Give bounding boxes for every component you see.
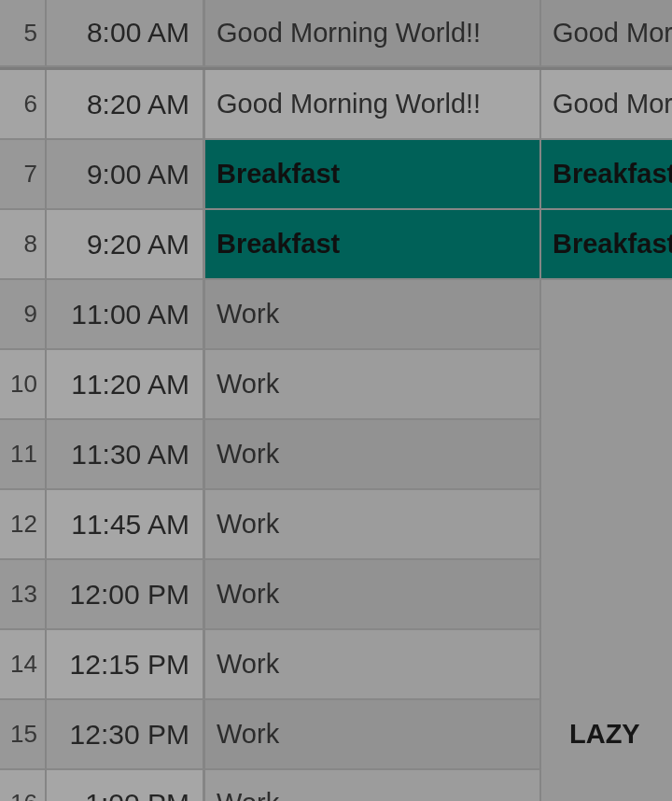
row-index: 12 bbox=[0, 490, 47, 560]
row-index: 14 bbox=[0, 630, 47, 700]
schedule-row[interactable]: 16 1:00 PM Work bbox=[0, 770, 541, 801]
row-index: 9 bbox=[0, 280, 47, 350]
event-cell-highlight[interactable]: Breakfast bbox=[541, 140, 672, 210]
schedule-row[interactable]: 8 9:20 AM Breakfast Breakfast bbox=[0, 210, 672, 280]
schedule-row[interactable]: 12 11:45 AM Work bbox=[0, 490, 541, 560]
time-cell: 8:00 AM bbox=[47, 0, 205, 67]
time-cell: 12:15 PM bbox=[47, 630, 205, 700]
event-cell[interactable]: Work bbox=[205, 420, 541, 490]
time-cell: 9:20 AM bbox=[47, 210, 205, 280]
schedule-row[interactable]: 7 9:00 AM Breakfast Breakfast bbox=[0, 140, 672, 210]
event-cell[interactable]: Work bbox=[205, 280, 541, 350]
schedule-row[interactable]: 6 8:20 AM Good Morning World!! Good Mor bbox=[0, 70, 672, 140]
event-cell-highlight[interactable]: Breakfast bbox=[205, 210, 541, 280]
time-cell: 1:00 PM bbox=[47, 770, 205, 801]
time-cell: 8:20 AM bbox=[47, 70, 205, 140]
schedule-row[interactable]: 10 11:20 AM Work bbox=[0, 350, 541, 420]
event-cell-highlight[interactable]: Breakfast bbox=[541, 210, 672, 280]
row-index: 8 bbox=[0, 210, 47, 280]
schedule-row[interactable]: 15 12:30 PM Work bbox=[0, 700, 541, 770]
schedule-row[interactable]: 13 12:00 PM Work bbox=[0, 560, 541, 630]
merged-event-label[interactable]: LAZY bbox=[541, 700, 672, 801]
time-cell: 12:00 PM bbox=[47, 560, 205, 630]
time-cell: 11:45 AM bbox=[47, 490, 205, 560]
row-index: 16 bbox=[0, 770, 47, 801]
schedule-row[interactable]: 9 11:00 AM Work bbox=[0, 280, 541, 350]
time-cell: 9:00 AM bbox=[47, 140, 205, 210]
row-index: 6 bbox=[0, 70, 47, 140]
row-index: 15 bbox=[0, 700, 47, 770]
event-cell[interactable]: Good Morning World!! bbox=[205, 70, 541, 140]
event-cell[interactable]: Work bbox=[205, 490, 541, 560]
row-index: 11 bbox=[0, 420, 47, 490]
event-cell[interactable]: Work bbox=[205, 350, 541, 420]
event-cell[interactable]: Good Mor bbox=[541, 70, 672, 140]
event-cell[interactable]: Work bbox=[205, 560, 541, 630]
event-cell[interactable]: Good Mor bbox=[541, 0, 672, 67]
schedule-block: 9 11:00 AM Work 10 11:20 AM Work 11 11:3… bbox=[0, 280, 672, 801]
event-cell-highlight[interactable]: Breakfast bbox=[205, 140, 541, 210]
row-index: 13 bbox=[0, 560, 47, 630]
event-cell[interactable]: Work bbox=[205, 700, 541, 770]
row-index: 5 bbox=[0, 0, 47, 67]
schedule-row[interactable]: 11 11:30 AM Work bbox=[0, 420, 541, 490]
row-index: 10 bbox=[0, 350, 47, 420]
time-cell: 12:30 PM bbox=[47, 700, 205, 770]
time-cell: 11:30 AM bbox=[47, 420, 205, 490]
event-cell[interactable]: Work bbox=[205, 630, 541, 700]
event-cell[interactable]: Work bbox=[205, 770, 541, 801]
schedule-row[interactable]: 5 8:00 AM Good Morning World!! Good Mor bbox=[0, 0, 672, 67]
row-index: 7 bbox=[0, 140, 47, 210]
event-cell[interactable]: Good Morning World!! bbox=[205, 0, 541, 67]
time-cell: 11:00 AM bbox=[47, 280, 205, 350]
merged-event-cell[interactable] bbox=[541, 280, 672, 700]
schedule-grid: 5 8:00 AM Good Morning World!! Good Mor … bbox=[0, 0, 672, 801]
time-cell: 11:20 AM bbox=[47, 350, 205, 420]
schedule-row[interactable]: 14 12:15 PM Work bbox=[0, 630, 541, 700]
